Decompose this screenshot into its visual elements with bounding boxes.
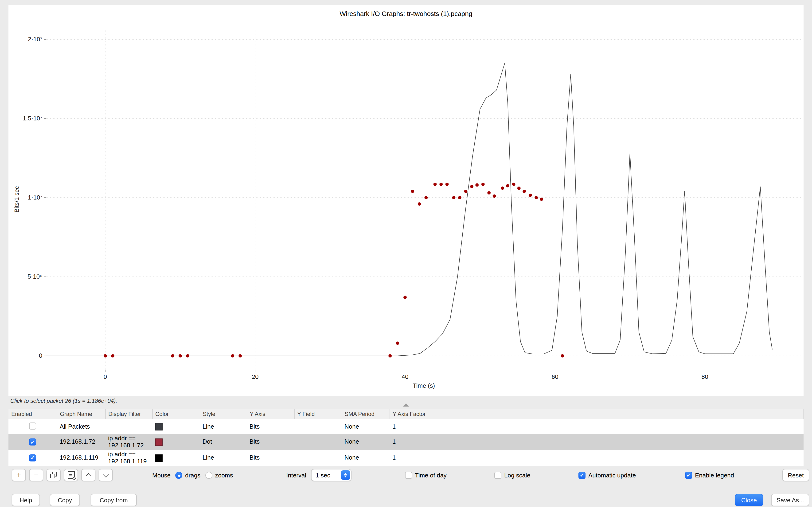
column-header-enabled[interactable]: Enabled (8, 409, 57, 419)
zooms-label: zooms (215, 471, 233, 478)
stepper-icon (341, 470, 350, 480)
row-enabled-cell[interactable] (8, 434, 57, 450)
table-row[interactable]: All PacketsLineBitsNone1 (8, 419, 803, 434)
copy-from-button[interactable]: Copy from (91, 494, 137, 506)
log-scale-label: Log scale (504, 471, 530, 478)
automatic-update-label: Automatic update (588, 471, 636, 478)
color-swatch-cell[interactable] (152, 419, 200, 434)
interval-value: 1 sec (315, 471, 330, 478)
color-swatch[interactable] (155, 439, 163, 446)
column-header-graph-name[interactable]: Graph Name (57, 409, 105, 419)
table-row[interactable]: 192.168.1.119ip.addr == 192.168.1.119Lin… (8, 450, 803, 466)
color-swatch[interactable] (155, 454, 163, 462)
save-as-button[interactable]: Save As... (771, 494, 809, 506)
clear-graphs-button[interactable] (64, 469, 78, 481)
row-enabled-cell[interactable] (8, 450, 57, 466)
radio-drags-icon (175, 471, 182, 478)
row-enabled-checkbox[interactable] (29, 455, 36, 462)
chart-panel: 0204060802·10⁷1.5·10⁷1·10⁷5·10⁶0Time (s)… (8, 5, 804, 396)
x-axis-label: Time (s) (413, 382, 435, 389)
svg-text:2·10⁷: 2·10⁷ (28, 36, 42, 43)
mouse-drags-radio[interactable]: drags (175, 471, 200, 478)
duplicate-graph-button[interactable] (47, 469, 61, 481)
mouse-mode-group: Mouse drags zooms (152, 469, 233, 481)
reset-button[interactable]: Reset (782, 469, 809, 481)
sma-cell[interactable]: None (342, 434, 390, 450)
time-of-day-checkbox[interactable]: Time of day (405, 471, 447, 479)
graph-settings-icon (67, 471, 74, 479)
chart-labels: 0204060802·10⁷1.5·10⁷1·10⁷5·10⁶0Time (s)… (13, 36, 708, 389)
y-field-cell[interactable] (294, 434, 342, 450)
time-of-day-label: Time of day (415, 471, 447, 478)
checkbox-icon (405, 471, 412, 478)
column-header-sma-period[interactable]: SMA Period (342, 409, 390, 419)
remove-graph-button[interactable]: − (29, 469, 43, 481)
row-enabled-checkbox[interactable] (29, 439, 36, 446)
table-header-row: EnabledGraph NameDisplay FilterColorStyl… (8, 409, 803, 419)
factor-cell[interactable]: 1 (390, 434, 803, 450)
row-enabled-cell[interactable] (8, 419, 57, 434)
display-filter-cell[interactable]: ip.addr == 192.168.1.72 (105, 434, 152, 450)
move-up-button[interactable] (81, 469, 95, 481)
style-cell[interactable]: Line (200, 419, 247, 434)
display-filter-cell[interactable]: ip.addr == 192.168.1.119 (105, 450, 152, 466)
factor-cell[interactable]: 1 (390, 450, 803, 466)
interval-group: Interval 1 sec (286, 469, 351, 481)
help-button[interactable]: Help (12, 494, 40, 506)
copy-button[interactable]: Copy (50, 494, 80, 506)
y-field-cell[interactable] (294, 450, 342, 466)
svg-text:0: 0 (104, 373, 107, 380)
sma-cell[interactable]: None (342, 419, 390, 434)
display-filter-cell[interactable] (105, 419, 152, 434)
mouse-label: Mouse (152, 471, 170, 478)
graph-toolbar: + − (12, 469, 113, 481)
svg-text:0: 0 (39, 352, 42, 359)
svg-text:1.5·10⁷: 1.5·10⁷ (23, 115, 42, 122)
mouse-zooms-radio[interactable]: zooms (205, 471, 233, 478)
automatic-update-checkbox[interactable]: Automatic update (578, 471, 636, 479)
graph-name-cell[interactable]: 192.168.1.119 (57, 450, 105, 466)
log-scale-checkbox[interactable]: Log scale (494, 471, 530, 479)
checkbox-icon (578, 471, 586, 478)
svg-text:1·10⁷: 1·10⁷ (28, 194, 42, 201)
sma-cell[interactable]: None (342, 450, 390, 466)
move-down-button[interactable] (99, 469, 113, 481)
graph-name-cell[interactable]: 192.168.1.72 (57, 434, 105, 450)
column-header-color[interactable]: Color (152, 409, 200, 419)
svg-text:5·10⁶: 5·10⁶ (28, 273, 42, 280)
chart-grid (46, 29, 802, 370)
column-header-y-axis-factor[interactable]: Y Axis Factor (390, 409, 803, 419)
interval-select[interactable]: 1 sec (311, 469, 351, 481)
close-button[interactable]: Close (735, 494, 763, 506)
enable-legend-label: Enable legend (695, 471, 734, 478)
series-192.168.1.72 (104, 183, 564, 357)
row-enabled-checkbox[interactable] (29, 422, 36, 429)
style-cell[interactable]: Dot (200, 434, 247, 450)
wireshark-io-graphs-window: 0204060802·10⁷1.5·10⁷1·10⁷5·10⁶0Time (s)… (0, 0, 812, 507)
chart-axes (44, 29, 802, 372)
column-header-style[interactable]: Style (200, 409, 247, 419)
enable-legend-checkbox[interactable]: Enable legend (685, 471, 734, 479)
status-text: Click to select packet 26 (1s = 1.186e+0… (10, 398, 117, 404)
factor-cell[interactable]: 1 (390, 419, 803, 434)
color-swatch-cell[interactable] (152, 434, 200, 450)
column-header-y-axis[interactable]: Y Axis (247, 409, 294, 419)
column-header-y-field[interactable]: Y Field (294, 409, 342, 419)
minus-icon: − (34, 471, 39, 479)
y-axis-cell[interactable]: Bits (247, 419, 294, 434)
graph-name-cell[interactable]: All Packets (57, 419, 105, 434)
column-header-display-filter[interactable]: Display Filter (105, 409, 152, 419)
y-axis-cell[interactable]: Bits (247, 450, 294, 466)
color-swatch[interactable] (155, 423, 163, 431)
table-row[interactable]: 192.168.1.72ip.addr == 192.168.1.72DotBi… (8, 434, 803, 450)
add-graph-button[interactable]: + (12, 469, 26, 481)
chart-title: Wireshark I/O Graphs: tr-twohosts (1).pc… (8, 10, 804, 17)
io-graph-chart[interactable]: 0204060802·10⁷1.5·10⁷1·10⁷5·10⁶0Time (s)… (8, 5, 804, 396)
style-cell[interactable]: Line (200, 450, 247, 466)
svg-text:80: 80 (702, 373, 708, 380)
y-axis-cell[interactable]: Bits (247, 434, 294, 450)
y-field-cell[interactable] (294, 419, 342, 434)
color-swatch-cell[interactable] (152, 450, 200, 466)
splitter-handle[interactable] (403, 403, 409, 406)
graph-table: EnabledGraph NameDisplay FilterColorStyl… (8, 409, 804, 466)
